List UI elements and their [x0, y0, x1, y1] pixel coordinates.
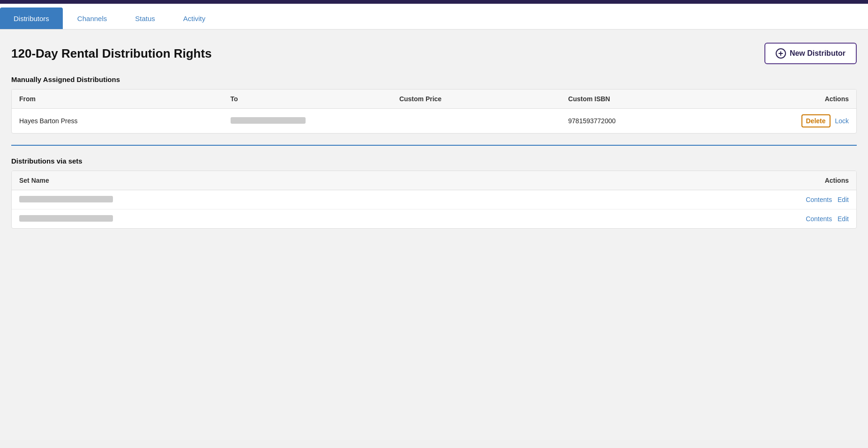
cell-to	[223, 109, 392, 134]
cell-actions: Delete Lock	[747, 109, 856, 134]
lock-button[interactable]: Lock	[835, 117, 849, 125]
tab-distributors[interactable]: Distributors	[0, 7, 63, 29]
distributions-via-sets-section: Distributions via sets Set Name Actions	[11, 157, 857, 229]
tab-status[interactable]: Status	[121, 7, 169, 29]
tab-activity[interactable]: Activity	[170, 7, 219, 29]
cell-custom-isbn: 9781593772000	[561, 109, 746, 134]
new-distributor-button[interactable]: + New Distributor	[764, 43, 857, 64]
col-header-custom-price: Custom Price	[392, 90, 561, 109]
tab-channels[interactable]: Channels	[64, 7, 120, 29]
col-header-set-name: Set Name	[12, 171, 747, 190]
new-distributor-label: New Distributor	[790, 49, 846, 58]
col-header-set-actions: Actions	[747, 171, 856, 190]
col-header-actions: Actions	[747, 90, 856, 109]
cell-from: Hayes Barton Press	[12, 109, 223, 134]
blurred-set-name-1	[19, 196, 113, 202]
blurred-set-name-2	[19, 215, 113, 222]
contents-button-1[interactable]: Contents	[806, 196, 832, 203]
blurred-to-value	[231, 117, 306, 124]
delete-button[interactable]: Delete	[801, 114, 831, 127]
section-divider	[11, 145, 857, 146]
page-header: 120-Day Rental Distribution Rights + New…	[11, 43, 857, 64]
col-header-custom-isbn: Custom ISBN	[561, 90, 746, 109]
cell-set-name-2	[12, 209, 747, 229]
plus-circle-icon: +	[776, 48, 786, 59]
top-bar	[0, 0, 868, 4]
edit-button-1[interactable]: Edit	[838, 196, 849, 203]
edit-button-2[interactable]: Edit	[838, 215, 849, 223]
table-row: Contents Edit	[12, 190, 856, 209]
col-header-to: To	[223, 90, 392, 109]
manually-assigned-table-wrapper: From To Custom Price Custom ISBN Actions…	[11, 89, 857, 134]
manually-assigned-section: Manually Assigned Distributions From To …	[11, 75, 857, 134]
page-title: 120-Day Rental Distribution Rights	[11, 46, 212, 61]
manually-assigned-title: Manually Assigned Distributions	[11, 75, 857, 83]
sets-table: Set Name Actions Contents Edit	[12, 171, 856, 228]
manually-assigned-table: From To Custom Price Custom ISBN Actions…	[12, 90, 856, 133]
sets-header-row: Set Name Actions	[12, 171, 856, 190]
tabs-container: Distributors Channels Status Activity	[0, 4, 868, 30]
cell-set-actions-2: Contents Edit	[747, 209, 856, 229]
contents-button-2[interactable]: Contents	[806, 215, 832, 223]
main-content: 120-Day Rental Distribution Rights + New…	[0, 30, 868, 440]
cell-custom-price	[392, 109, 561, 134]
cell-set-name-1	[12, 190, 747, 209]
manually-assigned-header-row: From To Custom Price Custom ISBN Actions	[12, 90, 856, 109]
table-row: Hayes Barton Press 9781593772000 Delete …	[12, 109, 856, 134]
sets-table-wrapper: Set Name Actions Contents Edit	[11, 171, 857, 229]
col-header-from: From	[12, 90, 223, 109]
table-row: Contents Edit	[12, 209, 856, 229]
cell-set-actions-1: Contents Edit	[747, 190, 856, 209]
sets-section-title: Distributions via sets	[11, 157, 857, 165]
